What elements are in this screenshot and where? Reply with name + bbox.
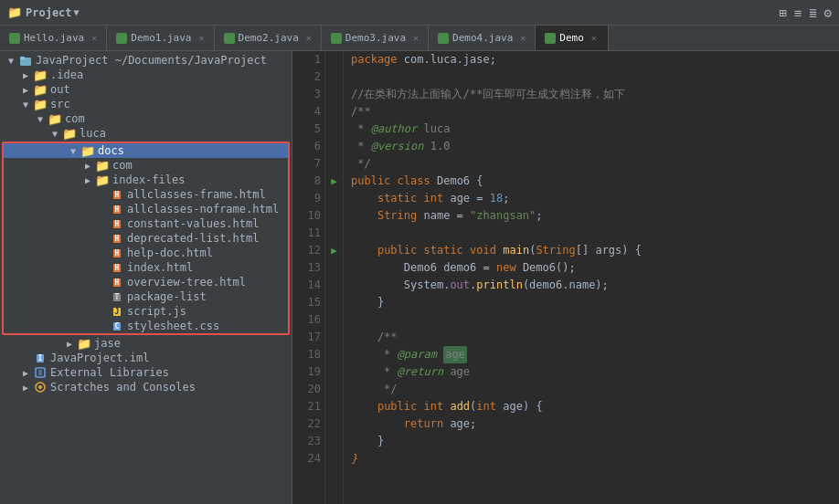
ln-7: 7 [296,155,321,173]
tree-src[interactable]: ▼ 📁 src [0,97,292,111]
tab-demo6[interactable]: Demo ✕ [536,26,609,50]
code-line-2 [351,68,832,86]
expand-arrow[interactable]: ▶ [18,70,33,80]
code-line-9: static int age = 18; [351,190,832,207]
run-arrow-12[interactable]: ▶ [325,242,343,259]
gutter-20 [325,381,343,398]
tree-out[interactable]: ▶ 📁 out [0,82,292,97]
expand-arrow[interactable]: ▶ [18,85,33,95]
folder-icon: 📁 [33,83,48,96]
tab-demo1[interactable]: Demo1.java ✕ [107,26,214,50]
tree-package-list[interactable]: T package-list [4,289,288,304]
tab-close-icon[interactable]: ✕ [91,33,97,43]
tree-index-html[interactable]: H index.html [4,260,288,275]
tab-file-icon [545,33,556,44]
item-label: package-list [127,290,207,303]
tab-label: Demo4.java [452,32,513,44]
code-line-21: public int add(int age) { [351,398,832,415]
item-label: allclasses-frame.html [127,188,266,201]
tab-demo2[interactable]: Demo2.java ✕ [215,26,322,50]
html-icon: H [110,261,124,274]
expand-icon[interactable]: ≣ [809,5,816,20]
tree-luca[interactable]: ▼ 📁 luca [0,126,292,141]
folder-icon: 📁 [33,98,48,110]
tree-docs-com[interactable]: ▶ 📁 com [4,158,288,173]
ln-13: 13 [296,259,321,277]
tree-script-js[interactable]: J script.js [4,304,288,319]
folder-icon: 📁 [95,173,110,186]
expand-arrow[interactable]: ▶ [80,161,95,171]
top-bar-dropdown[interactable]: ▼ [74,7,80,17]
item-label: src [50,98,70,110]
expand-arrow[interactable]: ▼ [66,146,80,156]
settings-icon[interactable]: ⚙ [824,5,832,20]
tab-file-icon [116,33,127,44]
tree-com[interactable]: ▼ 📁 com [0,111,292,126]
expand-arrow[interactable]: ▼ [18,100,33,110]
html-icon: H [110,203,124,215]
html-icon: H [110,217,124,230]
tab-hello[interactable]: Hello.java ✕ [0,26,107,50]
txt-icon: T [110,290,124,303]
css-icon: C [110,320,124,332]
expand-arrow[interactable]: ▶ [18,368,33,378]
item-label: Scratches and Consoles [50,381,196,394]
run-arrow-8[interactable]: ▶ [325,173,343,190]
tree-docs[interactable]: ▼ 📁 docs [4,143,288,158]
tree-idea[interactable]: ▶ 📁 .idea [0,68,292,82]
tree-overview-tree[interactable]: H overview-tree.html [4,275,288,289]
top-bar-title: Project [26,6,72,19]
tab-close-icon[interactable]: ✕ [199,33,205,43]
code-editor[interactable]: package com.luca.jase; //在类和方法上面输入/**回车即… [344,51,839,504]
tab-close-icon[interactable]: ✕ [413,33,419,43]
gutter-9 [325,190,343,207]
gutter-22 [325,415,343,433]
tree-stylesheet-css[interactable]: C stylesheet.css [4,319,288,333]
tree-allclasses-frame[interactable]: H allclasses-frame.html [4,187,288,202]
tab-close-icon[interactable]: ✕ [591,33,597,43]
tree-help-doc[interactable]: H help-doc.html [4,246,288,260]
expand-arrow[interactable]: ▼ [48,129,62,139]
expand-arrow[interactable]: ▼ [4,56,18,66]
item-label: deprecated-list.html [127,232,260,245]
tab-label: Demo [559,32,584,44]
code-view[interactable]: 1 2 3 4 5 6 7 8 9 10 11 12 13 14 15 16 1… [292,51,839,504]
code-line-10: String name = "zhangsan"; [351,207,832,225]
tab-file-icon [224,33,235,44]
top-bar-actions: ⊞ ≡ ≣ ⚙ [779,5,832,20]
ln-21: 21 [296,398,321,415]
expand-arrow[interactable]: ▶ [18,383,33,393]
tree-jase[interactable]: ▶ 📁 jase [0,336,292,351]
collapse-icon[interactable]: ≡ [794,5,802,20]
code-line-12: public static void main(String[] args) { [351,242,832,259]
expand-arrow[interactable]: ▶ [80,175,95,185]
tree-external-libs[interactable]: ▶ External Libraries [0,365,292,380]
expand-arrow[interactable]: ▶ [62,339,77,349]
tab-close-icon[interactable]: ✕ [520,33,526,43]
tab-close-icon[interactable]: ✕ [306,33,312,43]
tree-root[interactable]: ▼ JavaProject ~/Documents/JavaProject [0,53,292,68]
tree-deprecated-list[interactable]: H deprecated-list.html [4,231,288,246]
ln-1: 1 [296,51,321,68]
libs-icon [33,366,48,379]
code-line-7: */ [351,155,832,173]
ln-16: 16 [296,311,321,329]
gutter-13 [325,259,343,277]
ln-3: 3 [296,86,321,103]
scope-icon[interactable]: ⊞ [779,5,786,20]
expand-arrow[interactable]: ▼ [33,114,48,124]
tree-index-files[interactable]: ▶ 📁 index-files [4,173,288,187]
tab-demo3[interactable]: Demo3.java ✕ [322,26,429,50]
root-icon [18,54,33,67]
file-tree: ▼ JavaProject ~/Documents/JavaProject ▶ … [0,51,292,504]
svg-point-7 [38,385,42,389]
tree-iml[interactable]: I JavaProject.iml [0,351,292,365]
tree-scratches[interactable]: ▶ Scratches and Consoles [0,380,292,394]
gutter-17 [325,329,343,346]
ln-5: 5 [296,121,321,138]
ln-23: 23 [296,433,321,450]
tree-allclasses-noframe[interactable]: H allclasses-noframe.html [4,202,288,216]
tree-constant-values[interactable]: H constant-values.html [4,216,288,231]
gutter-1 [325,51,343,68]
tab-demo4[interactable]: Demo4.java ✕ [429,26,536,50]
